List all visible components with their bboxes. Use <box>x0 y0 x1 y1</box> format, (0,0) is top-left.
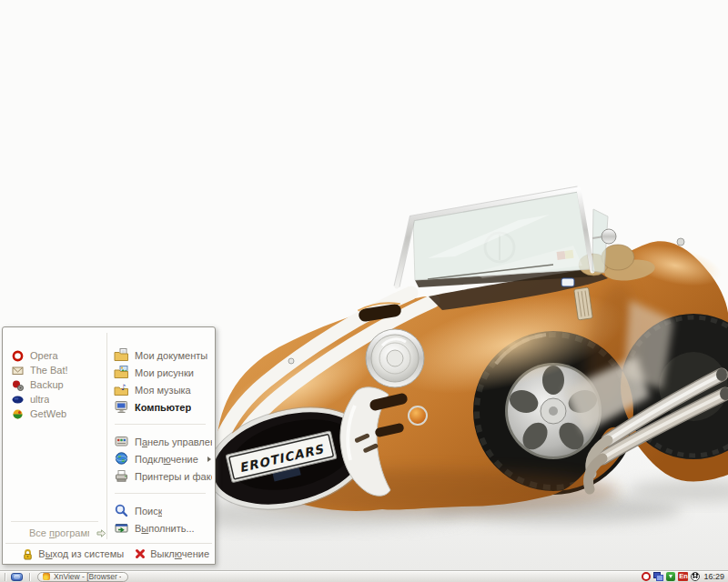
separator <box>11 521 98 522</box>
menu-item-my-music[interactable]: ♪ Моя музыка <box>107 381 215 398</box>
run-icon <box>113 520 130 536</box>
system-tray: En 16:29 <box>639 572 728 581</box>
menu-item-control-panel[interactable]: Панель управления <box>107 433 215 450</box>
start-menu-bottom-row: Выход из системы Выключение <box>3 544 215 564</box>
my-pictures-icon <box>113 365 130 380</box>
menu-item-ultra[interactable]: ultra <box>3 392 106 406</box>
backup-icon <box>11 379 25 391</box>
getweb-icon <box>11 408 25 420</box>
headlight <box>366 329 424 387</box>
all-programs-button[interactable]: Все программы <box>3 525 106 541</box>
xnview-icon <box>43 573 50 580</box>
menu-item-backup[interactable]: Backup <box>3 377 106 392</box>
separator <box>115 493 206 494</box>
start-menu-columns: Opera The Bat! Backup ultra GetWeb Все п <box>3 327 215 543</box>
taskbar-clock[interactable]: 16:29 <box>703 573 724 581</box>
taskbar-button-xnview[interactable]: XnView - [Browser - ... <box>37 572 128 582</box>
printers-faxes-icon <box>113 468 130 484</box>
shut-down-button[interactable]: Выключение <box>135 544 209 564</box>
shutdown-x-icon <box>135 548 146 559</box>
hood-pin <box>288 358 294 364</box>
network-tray-icon[interactable] <box>653 572 663 581</box>
ultra-icon <box>11 394 25 406</box>
my-computer-icon <box>113 399 130 415</box>
menu-item-getweb[interactable]: GetWeb <box>3 406 106 421</box>
menu-item-run[interactable]: Выполнить... <box>107 519 215 537</box>
menu-item-my-pictures[interactable]: Мои рисунки <box>107 364 215 381</box>
start-menu-pinned-column: Opera The Bat! Backup ultra GetWeb Все п <box>3 327 106 543</box>
log-off-button[interactable]: Выход из системы <box>22 544 124 564</box>
fender-badge <box>561 278 574 286</box>
language-indicator[interactable]: En <box>678 572 688 581</box>
seat <box>602 245 634 270</box>
menu-item-my-documents[interactable]: Мои документы <box>107 346 215 364</box>
control-panel-icon <box>113 434 130 449</box>
start-menu-places-column: Мои документы Мои рисунки ♪ Моя музыка К… <box>107 327 215 543</box>
thebat-icon <box>11 365 25 376</box>
show-desktop-icon[interactable] <box>11 573 23 581</box>
log-off-lock-icon <box>22 548 34 560</box>
taskbar: XnView - [Browser - ... En 16:29 <box>0 570 728 582</box>
menu-item-my-computer[interactable]: Компьютер <box>107 398 215 416</box>
trunk-latch <box>677 238 684 246</box>
separator <box>115 424 206 425</box>
opera-tray-icon[interactable] <box>642 572 651 581</box>
connect-to-icon <box>113 451 130 467</box>
menu-item-printers-faxes[interactable]: Принтеры и факсы <box>107 467 215 485</box>
pinned-column-spacer <box>3 421 106 521</box>
menu-item-connect-to[interactable]: Подключение <box>107 450 215 467</box>
download-manager-tray-icon[interactable] <box>666 572 675 581</box>
panda-tray-icon[interactable] <box>691 572 700 581</box>
menu-item-search[interactable]: Поиск <box>107 502 215 519</box>
my-documents-icon <box>113 347 130 363</box>
turn-signal <box>409 406 427 425</box>
all-programs-arrow-icon <box>96 528 106 538</box>
menu-item-thebat[interactable]: The Bat! <box>3 363 106 377</box>
menu-item-opera[interactable]: Opera <box>3 348 106 363</box>
taskbar-divider <box>29 573 31 581</box>
my-music-icon: ♪ <box>113 382 130 397</box>
side-mirror <box>602 229 616 244</box>
start-menu: Opera The Bat! Backup ultra GetWeb Все п <box>2 326 216 565</box>
taskbar-divider <box>5 573 6 581</box>
search-icon <box>113 503 130 518</box>
svg-text:♪: ♪ <box>121 383 126 392</box>
submenu-arrow-icon <box>207 457 211 462</box>
opera-icon <box>11 350 25 362</box>
